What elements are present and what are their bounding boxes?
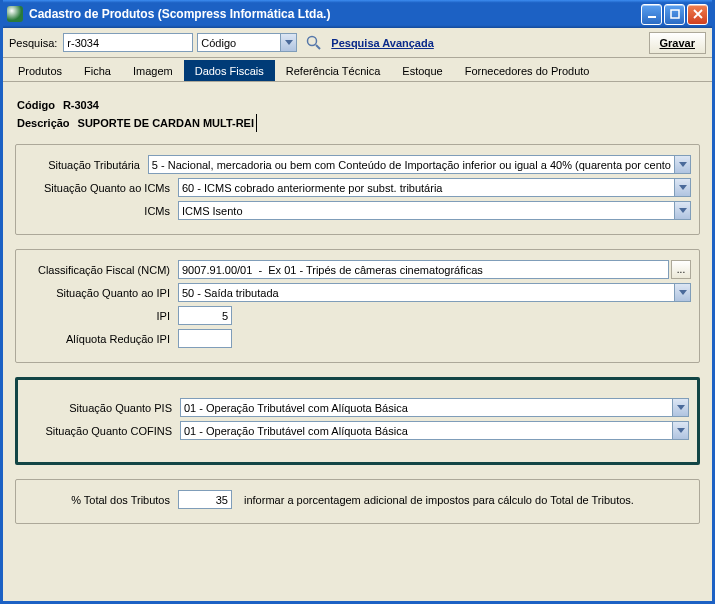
chevron-down-icon [672, 399, 688, 416]
pct-tributos-label: % Total dos Tributos [24, 494, 174, 506]
pct-tributos-info: informar a porcentagem adicional de impo… [244, 494, 634, 506]
window-title: Cadastro de Produtos (Scompress Informát… [29, 7, 641, 21]
tab-fornecedores[interactable]: Fornecedores do Produto [454, 60, 601, 81]
panel-pis-cofins: Situação Quanto PIS 01 - Operação Tribut… [15, 377, 700, 465]
product-header: Código R-3034 Descrição SUPORTE DE CARDA… [17, 96, 698, 132]
sit-ipi-label: Situação Quanto ao IPI [24, 287, 174, 299]
pis-label: Situação Quanto PIS [26, 402, 176, 414]
tab-bar: Produtos Ficha Imagem Dados Fiscais Refe… [3, 58, 712, 82]
search-bar: Pesquisa: Código Pesquisa Avançada Grava… [3, 28, 712, 58]
pis-select[interactable]: 01 - Operação Tributável com Alíquota Bá… [180, 398, 689, 417]
svg-point-2 [308, 36, 317, 45]
tab-estoque[interactable]: Estoque [391, 60, 453, 81]
aliq-red-ipi-label: Alíquota Redução IPI [24, 333, 174, 345]
codigo-label: Código [17, 96, 55, 114]
chevron-down-icon [674, 284, 690, 301]
close-button[interactable] [687, 4, 708, 25]
ipi-label: IPI [24, 310, 174, 322]
sit-icms-select[interactable]: 60 - ICMS cobrado anteriormente por subs… [178, 178, 691, 197]
ncm-input[interactable] [178, 260, 669, 279]
search-type-value: Código [198, 37, 280, 49]
tab-produtos[interactable]: Produtos [7, 60, 73, 81]
cofins-select[interactable]: 01 - Operação Tributável com Alíquota Bá… [180, 421, 689, 440]
sit-tributaria-select[interactable]: 5 - Nacional, mercadoria ou bem com Cont… [148, 155, 691, 174]
sit-icms-label: Situação Quanto ao ICMs [24, 182, 174, 194]
advanced-search-link[interactable]: Pesquisa Avançada [331, 37, 434, 49]
search-icon[interactable] [305, 34, 323, 52]
window-titlebar: Cadastro de Produtos (Scompress Informát… [3, 0, 712, 28]
aliq-red-ipi-input[interactable] [178, 329, 232, 348]
panel-tributos: % Total dos Tributos informar a porcenta… [15, 479, 700, 524]
panel-icms: Situação Tributária 5 - Nacional, mercad… [15, 144, 700, 235]
tab-content: Código R-3034 Descrição SUPORTE DE CARDA… [3, 82, 712, 601]
codigo-value: R-3034 [63, 96, 99, 114]
sit-tributaria-label: Situação Tributária [24, 159, 144, 171]
search-label: Pesquisa: [9, 37, 57, 49]
chevron-down-icon [280, 34, 296, 51]
sit-ipi-select[interactable]: 50 - Saída tributada [178, 283, 691, 302]
descricao-value: SUPORTE DE CARDAN MULT-REI [78, 114, 257, 132]
cofins-label: Situação Quanto COFINS [26, 425, 176, 437]
tab-ref-tecnica[interactable]: Referência Técnica [275, 60, 392, 81]
ncm-label: Classificação Fiscal (NCM) [24, 264, 174, 276]
tab-ficha[interactable]: Ficha [73, 60, 122, 81]
pct-tributos-input[interactable] [178, 490, 232, 509]
ncm-lookup-button[interactable]: ... [671, 260, 691, 279]
search-type-select[interactable]: Código [197, 33, 297, 52]
save-button[interactable]: Gravar [649, 32, 706, 54]
svg-rect-1 [671, 10, 679, 18]
panel-ipi: Classificação Fiscal (NCM) ... Situação … [15, 249, 700, 363]
tab-imagem[interactable]: Imagem [122, 60, 184, 81]
descricao-label: Descrição [17, 114, 70, 132]
chevron-down-icon [672, 422, 688, 439]
minimize-button[interactable] [641, 4, 662, 25]
chevron-down-icon [674, 179, 690, 196]
tab-dados-fiscais[interactable]: Dados Fiscais [184, 60, 275, 81]
chevron-down-icon [674, 156, 690, 173]
app-icon [7, 6, 23, 22]
chevron-down-icon [674, 202, 690, 219]
icms-label: ICMs [24, 205, 174, 217]
ipi-input[interactable] [178, 306, 232, 325]
svg-rect-0 [648, 16, 656, 18]
maximize-button[interactable] [664, 4, 685, 25]
icms-select[interactable]: ICMS Isento [178, 201, 691, 220]
search-input[interactable] [63, 33, 193, 52]
